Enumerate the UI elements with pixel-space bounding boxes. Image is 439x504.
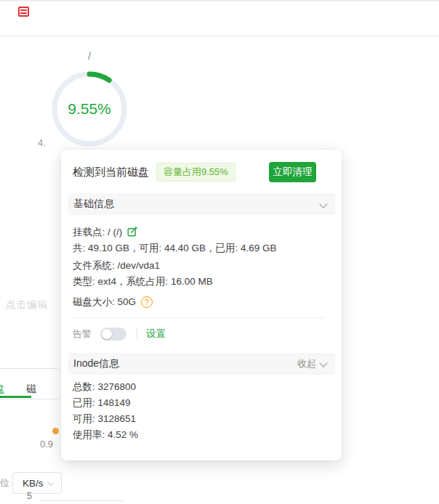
- inode-used-row: 已用: 148149: [73, 397, 131, 410]
- click-to-edit-hint[interactable]: 点击编辑: [6, 298, 48, 312]
- tabbar-top-border: [0, 368, 58, 369]
- basic-info-section-header[interactable]: 基础信息: [68, 193, 335, 215]
- tab-active-underline: [0, 396, 31, 398]
- legend-dot-icon: [52, 428, 59, 434]
- alarm-label: 告警: [73, 328, 92, 341]
- popup-header: 检测到当前磁盘 容量占用9.55% 立即清理: [73, 162, 330, 182]
- partial-background-value: 4.: [38, 137, 46, 148]
- question-help-icon[interactable]: ?: [141, 296, 153, 308]
- settings-link[interactable]: 设置: [146, 328, 166, 341]
- mount-point-row: 挂载点: / (/): [73, 226, 137, 239]
- clean-now-button[interactable]: 立即清理: [269, 162, 316, 182]
- disk-size-text: 磁盘大小: 50G: [73, 296, 136, 309]
- header-divider: [0, 36, 439, 36]
- alarm-toggle[interactable]: [100, 328, 126, 341]
- capacity-row: 共: 49.10 GB，可用: 44.40 GB，已用: 4.69 GB: [73, 242, 277, 255]
- collapse-link[interactable]: 收起: [297, 357, 316, 370]
- vertical-divider: [137, 329, 137, 339]
- tab-disk-fragment[interactable]: 磁: [26, 383, 36, 396]
- chart-gridline: [40, 500, 124, 501]
- tab-active-label: 盘: [0, 383, 5, 396]
- inode-usage-row: 使用率: 4.52 %: [73, 428, 138, 442]
- mount-point-text: 挂载点: / (/): [73, 226, 122, 239]
- popup-title: 检测到当前磁盘: [73, 166, 149, 179]
- red-stripes-logo-icon[interactable]: [18, 7, 29, 17]
- unit-select-value: KB/s: [23, 478, 44, 489]
- chevron-down-icon: [47, 479, 55, 486]
- edit-icon[interactable]: [127, 227, 137, 239]
- tabbar-bottom-border: [0, 399, 58, 399]
- disk-usage-percent: 9.55%: [49, 68, 130, 150]
- inode-total-row: 总数: 3276800: [73, 381, 136, 394]
- row-divider: [73, 317, 323, 318]
- y-axis-tick: 5: [27, 491, 32, 501]
- chevron-down-icon[interactable]: [319, 200, 327, 208]
- unit-label: 位: [0, 476, 9, 489]
- toggle-knob: [102, 329, 112, 339]
- legend-value: 0.9: [40, 439, 53, 450]
- inode-title: Inode信息: [73, 357, 119, 370]
- tab-active-fragment[interactable]: 盘: [0, 382, 6, 397]
- disk-size-row: 磁盘大小: 50G ?: [73, 296, 153, 309]
- inode-section-header[interactable]: Inode信息 收起: [68, 353, 335, 375]
- chevron-down-icon[interactable]: [319, 359, 327, 367]
- inode-available-row: 可用: 3128651: [73, 412, 136, 426]
- filesystem-row: 文件系统: /dev/vda1: [73, 259, 160, 272]
- basic-info-title: 基础信息: [73, 198, 114, 211]
- disk-detail-popup: 检测到当前磁盘 容量占用9.55% 立即清理 基础信息 挂载点: / (/) 共…: [61, 150, 342, 460]
- alarm-row: 告警 设置: [73, 328, 166, 341]
- top-toolbar-edge: [0, 0, 439, 1]
- screen: / 9.55% 4. 点击编辑 盘 磁 0.9 位 KB/s 5 检测到当前磁盘…: [0, 0, 439, 504]
- disk-mount-label: /: [49, 49, 130, 62]
- fs-type-row: 类型: ext4，系统占用: 16.00 MB: [73, 275, 213, 288]
- unit-select[interactable]: KB/s: [12, 472, 62, 494]
- usage-badge: 容量占用9.55%: [156, 163, 235, 182]
